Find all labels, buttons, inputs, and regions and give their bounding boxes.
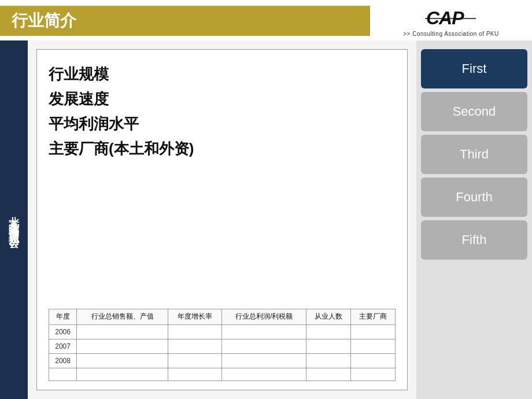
- table-header-cell: 主要厂商: [351, 309, 396, 325]
- table-row: 2008: [49, 354, 396, 368]
- table-header-cell: 行业总销售额、产值: [77, 309, 168, 325]
- main-content: 北京大学咨询管理协会 行业规模发展速度平均利润水平主要厂商(本土和外资) 年度行…: [0, 40, 532, 399]
- table-cell: 2006: [49, 325, 77, 339]
- nav-item-second[interactable]: Second: [421, 92, 527, 131]
- table-cell: [351, 339, 396, 354]
- data-table: 年度行业总销售额、产值年度增长率行业总利润/利税额从业人数主要厂商 200620…: [49, 309, 396, 381]
- sidebar-label: 北京大学咨询管理协会: [7, 208, 21, 231]
- table-cell: [168, 368, 221, 381]
- nav-item-fifth[interactable]: Fifth: [421, 220, 527, 260]
- nav-item-third[interactable]: Third: [421, 135, 527, 174]
- cap-logo-svg: CAP: [425, 6, 477, 29]
- table-cell: [77, 354, 168, 368]
- table-row: 2006: [49, 325, 396, 339]
- table-row: [49, 368, 396, 381]
- header: 行业简介 CAP >> Consulting Association of PK…: [0, 0, 532, 40]
- table-cell: [168, 339, 221, 354]
- table-cell: [222, 354, 306, 368]
- table-header-row: 年度行业总销售额、产值年度增长率行业总利润/利税额从业人数主要厂商: [49, 309, 396, 325]
- slide: 行业简介 CAP >> Consulting Association of PK…: [0, 0, 532, 399]
- right-nav: FirstSecondThirdFourthFifth: [416, 40, 532, 399]
- table-cell: [77, 325, 168, 339]
- logo-area: CAP >> Consulting Association of PKU: [370, 0, 532, 40]
- table-cell: [168, 325, 221, 339]
- page-title: 行业简介: [12, 10, 76, 32]
- table-header-cell: 从业人数: [306, 309, 351, 325]
- table-header-cell: 年度增长率: [168, 309, 221, 325]
- table-cell: 2008: [49, 354, 77, 368]
- table-body: 200620072008: [49, 325, 396, 381]
- table-cell: [306, 339, 351, 354]
- content-box: 行业规模发展速度平均利润水平主要厂商(本土和外资) 年度行业总销售额、产值年度增…: [36, 49, 408, 390]
- bullet-item: 发展速度: [49, 89, 396, 109]
- bullet-item: 主要厂商(本土和外资): [49, 139, 396, 159]
- bullet-list: 行业规模发展速度平均利润水平主要厂商(本土和外资): [49, 58, 396, 303]
- nav-item-first[interactable]: First: [421, 49, 527, 88]
- title-bar: 行业简介: [0, 6, 370, 36]
- bullet-item: 平均利润水平: [49, 114, 396, 134]
- table-header-cell: 行业总利润/利税额: [222, 309, 306, 325]
- cap-logo: CAP >> Consulting Association of PKU: [403, 6, 499, 37]
- table-cell: [351, 368, 396, 381]
- left-sidebar: 北京大学咨询管理协会: [0, 40, 28, 399]
- table-header-cell: 年度: [49, 309, 77, 325]
- table-cell: [222, 368, 306, 381]
- table-cell: [77, 339, 168, 354]
- table-cell: 2007: [49, 339, 77, 354]
- svg-text:CAP: CAP: [426, 8, 464, 28]
- nav-item-fourth[interactable]: Fourth: [421, 178, 527, 217]
- bullet-item: 行业规模: [49, 64, 396, 84]
- table-cell: [49, 368, 77, 381]
- logo-subtitle: >> Consulting Association of PKU: [403, 31, 499, 37]
- table-cell: [351, 354, 396, 368]
- table-row: 2007: [49, 339, 396, 354]
- table-cell: [77, 368, 168, 381]
- table-cell: [351, 325, 396, 339]
- table-cell: [222, 339, 306, 354]
- table-cell: [306, 354, 351, 368]
- center-content: 行业规模发展速度平均利润水平主要厂商(本土和外资) 年度行业总销售额、产值年度增…: [28, 40, 416, 399]
- table-cell: [306, 325, 351, 339]
- table-cell: [306, 368, 351, 381]
- table-cell: [168, 354, 221, 368]
- table-cell: [222, 325, 306, 339]
